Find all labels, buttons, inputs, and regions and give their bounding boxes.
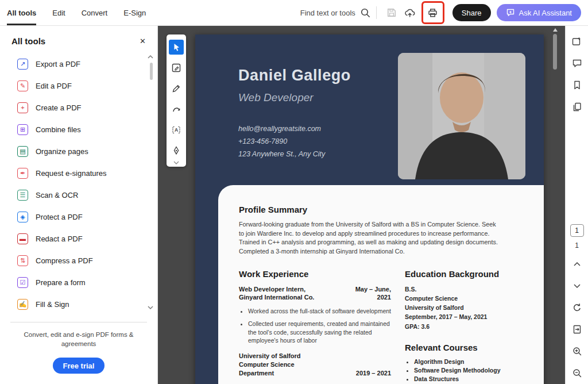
tool-item-request-esignatures[interactable]: ✒ Request e-signatures bbox=[0, 162, 157, 184]
panel-scroll-down-icon[interactable] bbox=[147, 305, 154, 310]
document-viewer: A Daniel Gallego Web Developer hello@rea… bbox=[158, 26, 565, 384]
pencil-icon bbox=[171, 83, 181, 94]
tool-item-edit-pdf[interactable]: ✎ Edit a PDF bbox=[0, 75, 157, 97]
panel-scrollbar-thumb[interactable] bbox=[150, 63, 153, 80]
education-details: B.S. Computer Science University of Salf… bbox=[405, 285, 523, 331]
tool-item-protect-pdf[interactable]: ◈ Protect a PDF bbox=[0, 206, 157, 228]
education-section: Education Background B.S. Computer Scien… bbox=[405, 269, 523, 384]
comment-bubble-icon bbox=[572, 58, 582, 68]
erase-curve-icon bbox=[171, 104, 181, 114]
total-pages-label: 1 bbox=[575, 241, 579, 249]
print-button[interactable] bbox=[424, 3, 442, 22]
tab-esign[interactable]: E-Sign bbox=[123, 0, 146, 25]
right-tool-rail: 1 1 bbox=[565, 26, 588, 384]
ask-ai-assistant-button[interactable]: Ask AI Assistant bbox=[497, 4, 582, 21]
tool-item-label: Export a PDF bbox=[36, 60, 80, 68]
job-dates-line2: 2021 bbox=[355, 293, 391, 302]
resume-photo bbox=[398, 53, 525, 179]
work-bullet-list: Worked across the full-stack of software… bbox=[239, 307, 391, 344]
redact-pdf-icon: ▬ bbox=[17, 233, 28, 244]
education-line: University of Salford bbox=[405, 303, 523, 312]
tool-item-export-pdf[interactable]: ↗ Export a PDF bbox=[0, 53, 157, 75]
panel-title: All tools bbox=[11, 36, 45, 46]
job-title: Web Developer Intern, Ginyard Internatio… bbox=[239, 285, 314, 302]
job-title-line1: Web Developer Intern, bbox=[239, 285, 314, 294]
tool-item-combine-files[interactable]: ⊞ Combine files bbox=[0, 118, 157, 140]
more-tools-chevron-icon[interactable] bbox=[173, 161, 179, 166]
tool-item-organize-pages[interactable]: ▤ Organize pages bbox=[0, 140, 157, 162]
tool-item-label: Prepare a form bbox=[36, 278, 86, 287]
tool-item-label: Protect a PDF bbox=[36, 213, 83, 221]
zoom-out-button[interactable] bbox=[568, 364, 586, 382]
page-thumbnails-button[interactable] bbox=[568, 98, 586, 116]
request-esignatures-icon: ✒ bbox=[17, 168, 28, 179]
tab-convert[interactable]: Convert bbox=[82, 0, 108, 25]
job-title-line2: Ginyard International Co. bbox=[239, 293, 314, 302]
ai-assistant-panel-button[interactable] bbox=[568, 33, 586, 50]
draw-tool[interactable] bbox=[167, 78, 186, 99]
work-experience-heading: Work Experience bbox=[239, 269, 391, 279]
org-line2: Computer Science bbox=[239, 360, 301, 369]
panel-scroll-up-icon[interactable] bbox=[147, 55, 154, 59]
education-line: GPA: 3.6 bbox=[405, 322, 523, 331]
create-pdf-icon: + bbox=[17, 102, 28, 113]
fit-width-button[interactable] bbox=[568, 321, 586, 338]
comments-panel-button[interactable] bbox=[568, 55, 586, 72]
find-text-or-tools[interactable]: Find text or tools bbox=[300, 7, 370, 18]
tab-all-tools[interactable]: All tools bbox=[7, 0, 36, 25]
resume-body-card: Profile Summary Forward-looking graduate… bbox=[218, 185, 544, 384]
toolbar-tabs: All tools Edit Convert E-Sign bbox=[7, 0, 146, 25]
current-page-value: 1 bbox=[575, 226, 579, 235]
tab-edit[interactable]: Edit bbox=[52, 0, 65, 25]
fit-width-icon bbox=[572, 324, 582, 335]
document-scrollbar[interactable] bbox=[552, 28, 558, 384]
erase-tool[interactable] bbox=[167, 99, 186, 120]
export-pdf-icon: ↗ bbox=[17, 59, 28, 70]
education-line: Computer Science bbox=[405, 294, 523, 303]
tool-list: ↗ Export a PDF ✎ Edit a PDF + Create a P… bbox=[0, 49, 157, 315]
current-page-input[interactable]: 1 bbox=[570, 224, 584, 237]
all-tools-panel: All tools ✕ ↗ Export a PDF ✎ Edit a PDF … bbox=[0, 26, 158, 384]
tool-item-label: Combine files bbox=[36, 125, 81, 134]
org-line1: University of Salford bbox=[239, 352, 301, 360]
share-button-label: Share bbox=[462, 9, 482, 17]
save-button[interactable] bbox=[382, 3, 401, 22]
bookmarks-panel-button[interactable] bbox=[568, 76, 586, 94]
search-label: Find text or tools bbox=[300, 9, 355, 17]
tool-item-label: Create a PDF bbox=[36, 103, 81, 112]
tab-all-tools-label: All tools bbox=[7, 9, 36, 17]
profile-summary-text: Forward-looking graduate from the Univer… bbox=[239, 220, 502, 256]
fill-sign-tool[interactable] bbox=[167, 140, 186, 161]
profile-summary-heading: Profile Summary bbox=[239, 205, 523, 214]
tool-item-redact-pdf[interactable]: ▬ Redact a PDF bbox=[0, 228, 157, 249]
previous-page-button[interactable] bbox=[568, 255, 586, 272]
tool-item-prepare-form[interactable]: ☑ Prepare a form bbox=[0, 271, 157, 293]
tab-edit-label: Edit bbox=[52, 9, 65, 17]
add-text-tool[interactable]: A bbox=[167, 120, 186, 140]
rotate-page-button[interactable] bbox=[568, 299, 586, 316]
quick-tools-toolbar: A bbox=[167, 34, 186, 167]
zoom-in-button[interactable] bbox=[568, 343, 586, 360]
upload-cloud-button[interactable] bbox=[401, 3, 419, 22]
tool-item-fill-sign[interactable]: ✍ Fill & Sign bbox=[0, 293, 157, 315]
ask-ai-assistant-label: Ask AI Assistant bbox=[519, 9, 572, 17]
add-comment-tool[interactable] bbox=[167, 57, 186, 78]
org-name: University of Salford Computer Science D… bbox=[239, 352, 301, 378]
select-tool[interactable] bbox=[167, 37, 186, 57]
work-bullet: Collected user requirements, created and… bbox=[248, 320, 391, 344]
relevant-courses-heading: Relevant Courses bbox=[405, 343, 523, 352]
document-scrollbar-thumb[interactable] bbox=[553, 34, 557, 70]
fill-sign-icon: ✍ bbox=[17, 299, 28, 310]
tool-item-compress-pdf[interactable]: ⇅ Compress a PDF bbox=[0, 249, 157, 271]
work-experience-section: Work Experience Web Developer Intern, Gi… bbox=[239, 269, 391, 384]
tool-item-label: Fill & Sign bbox=[36, 300, 69, 309]
free-trial-button[interactable]: Free trial bbox=[53, 358, 105, 374]
next-page-button[interactable] bbox=[568, 277, 586, 294]
close-panel-button[interactable]: ✕ bbox=[140, 37, 146, 45]
zoom-in-icon bbox=[572, 346, 582, 356]
org-line3: Department bbox=[239, 369, 301, 378]
tool-item-scan-ocr[interactable]: ☰ Scan & OCR bbox=[0, 184, 157, 206]
scrollbar-up-arrow-icon[interactable] bbox=[553, 28, 558, 32]
share-button[interactable]: Share bbox=[452, 4, 491, 21]
tool-item-create-pdf[interactable]: + Create a PDF bbox=[0, 97, 157, 118]
